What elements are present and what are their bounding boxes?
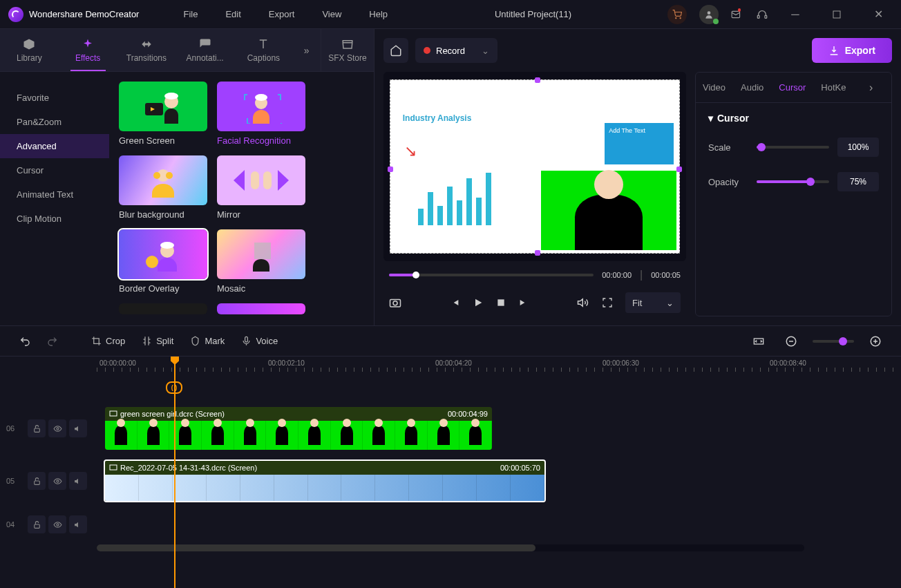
mail-icon[interactable] [731,8,743,21]
svg-rect-19 [263,171,272,189]
prop-tab-hotkey[interactable]: HotKe [821,82,846,93]
timeline-ruler[interactable]: 00:00:00:00 00:00:02:10 00:00:04:20 00:0… [97,357,901,374]
prop-tab-audio[interactable]: Audio [741,82,764,93]
track-mute-button[interactable] [69,419,87,437]
tab-overflow-icon[interactable]: » [293,29,321,71]
zoom-in-button[interactable] [864,332,887,350]
clip-name: green screen girl.dcrc (Screen) [120,410,225,418]
effect-partial-1[interactable] [119,303,207,314]
prop-tab-video[interactable]: Video [703,82,725,93]
tab-captions[interactable]: Captions [234,29,293,71]
home-button[interactable] [383,38,408,63]
menu-help[interactable]: Help [358,6,399,22]
effect-green-screen[interactable]: Green Screen [119,82,207,146]
zoom-slider[interactable] [813,340,854,343]
track-visible-button[interactable] [48,419,66,437]
marker-lane: ( ) [97,374,901,402]
preview-slide: Industry Analysis Add The Text [390,79,680,254]
track-mute-button[interactable] [69,472,87,490]
tab-library[interactable]: Library [0,29,59,71]
timeline-panel: Crop Split Mark Voice 00:00:00:00 00:00:… [0,325,901,588]
record-dot-icon [424,47,430,54]
track-lock-button[interactable] [28,515,46,533]
fullscreen-button[interactable] [602,297,613,308]
redo-button[interactable] [41,333,64,350]
section-cursor[interactable]: ▾Cursor [708,113,879,124]
user-icon[interactable] [699,5,719,24]
effect-blur-background[interactable]: Blur background [119,155,207,220]
prop-tab-cursor[interactable]: Cursor [779,82,806,93]
export-button[interactable]: Export [812,38,892,63]
menu-edit[interactable]: Edit [214,6,252,22]
effect-mosaic[interactable]: Mosaic [217,229,305,294]
clip-green-screen[interactable]: green screen girl.dcrc (Screen)00:00:04:… [105,407,492,450]
opacity-slider[interactable] [757,180,829,183]
cat-clip-motion[interactable]: Clip Motion [0,207,109,231]
voice-tool[interactable]: Voice [236,333,283,349]
tab-annotations[interactable]: Annotati... [176,29,234,71]
cart-icon[interactable] [667,5,687,24]
close-button[interactable]: ✕ [864,0,893,29]
svg-rect-5 [765,15,767,18]
minimize-button[interactable]: ─ [781,0,810,29]
snapshot-button[interactable] [389,296,401,309]
prev-frame-button[interactable] [449,297,460,308]
stop-button[interactable] [496,298,506,307]
opacity-value[interactable]: 75% [837,172,879,191]
menu-view[interactable]: View [311,6,352,22]
green-screen-pip[interactable] [541,171,677,250]
playhead[interactable] [174,357,176,588]
effect-facial-recognition[interactable]: Facial Recognition [217,82,305,146]
play-button[interactable] [473,297,484,308]
track-mute-button[interactable] [69,515,87,533]
cat-advanced[interactable]: Advanced [0,134,109,158]
cat-favorite[interactable]: Favorite [0,86,109,110]
track-lane[interactable]: Rec_2022-07-05 14-31-43.dcrc (Screen)00:… [99,459,901,502]
scale-value[interactable]: 100% [837,137,879,157]
svg-rect-36 [110,465,117,470]
tab-transitions[interactable]: Transitions [117,29,176,71]
track-lane[interactable] [99,503,901,546]
track-lock-button[interactable] [28,419,46,437]
menu-export[interactable]: Export [258,6,306,22]
fit-dropdown[interactable]: Fit⌄ [625,292,681,313]
track-visible-button[interactable] [48,515,66,533]
clip-recording[interactable]: Rec_2022-07-05 14-31-43.dcrc (Screen)00:… [104,459,546,502]
effect-partial-2[interactable] [217,303,305,314]
undo-button[interactable] [14,333,36,350]
clip-duration: 00:00:04:99 [448,410,488,418]
chevron-down-icon[interactable]: ⌄ [482,46,489,56]
progress-slider[interactable] [389,274,594,276]
timeline-zoom [748,332,887,350]
timeline-body: 00:00:00:00 00:00:02:10 00:00:04:20 00:0… [0,357,901,588]
next-frame-button[interactable] [518,297,529,308]
mark-tool[interactable]: Mark [184,333,230,349]
effect-border-overlay[interactable]: Border Overlay [119,229,207,294]
menu-file[interactable]: File [172,6,209,22]
split-tool[interactable]: Split [136,333,179,349]
timeline-scrollbar[interactable] [97,544,804,551]
headset-icon[interactable] [756,8,768,21]
track-lock-button[interactable] [28,472,46,490]
record-button[interactable]: Record ⌄ [415,38,497,63]
preview-canvas[interactable]: Industry Analysis Add The Text [383,72,686,261]
cat-cursor[interactable]: Cursor [0,158,109,182]
props-scroll-right[interactable]: › [869,82,884,94]
tab-effects[interactable]: Effects [59,29,117,71]
crop-tool[interactable]: Crop [86,333,131,349]
zoom-out-button[interactable] [779,332,803,350]
scale-slider[interactable] [757,146,829,149]
effect-mirror[interactable]: Mirror [217,155,305,220]
svg-rect-34 [34,480,39,484]
tab-sfx-store[interactable]: SFX Store [321,29,374,71]
export-icon [828,45,840,56]
maximize-button[interactable] [822,0,851,29]
cat-panzoom[interactable]: Pan&Zoom [0,110,109,134]
cat-animated-text[interactable]: Animated Text [0,182,109,207]
fit-label: Fit [632,298,642,308]
tab-library-label: Library [17,53,42,63]
track-lane[interactable]: green screen girl.dcrc (Screen)00:00:04:… [99,407,901,450]
fit-timeline-button[interactable] [748,333,770,350]
track-visible-button[interactable] [48,472,66,490]
volume-button[interactable] [577,296,589,309]
